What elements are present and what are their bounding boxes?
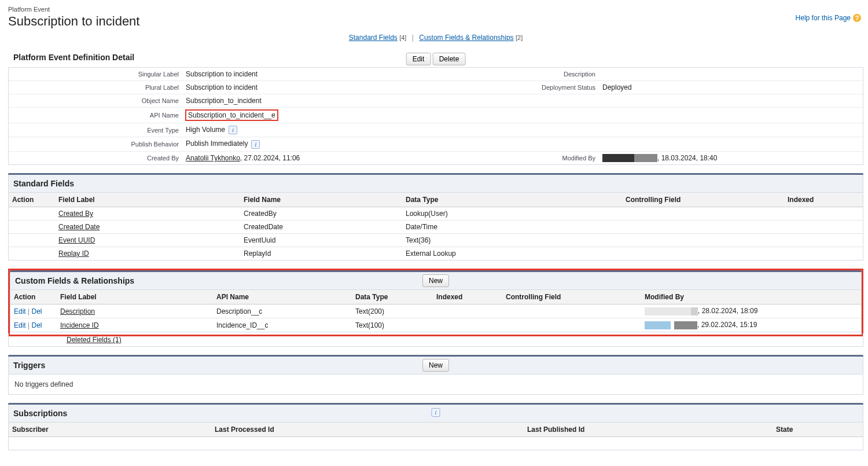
label-publish-behavior: Publish Behavior (9, 137, 182, 151)
data-type: Text(100) (352, 318, 433, 332)
field-link[interactable]: Description (60, 307, 95, 315)
triggers-empty-msg: No triggers defined (9, 375, 863, 394)
value-description (599, 68, 863, 81)
data-type: Lookup(User) (402, 207, 622, 221)
label-api-name: API Name (9, 108, 182, 123)
table-row: Replay ID ReplayId External Lookup (9, 247, 863, 260)
redacted-block (691, 307, 698, 315)
label-created-by: Created By (9, 151, 182, 164)
standard-fields-title: Standard Fields (13, 179, 74, 188)
detail-section-title: Platform Event Definition Detail (13, 53, 134, 62)
value-created-by: Anatolii Tykhonko, 27.02.2024, 11:06 (182, 151, 483, 164)
table-row: Created By CreatedBy Lookup(User) (9, 207, 863, 221)
api-name: Incidence_ID__c (213, 318, 352, 332)
table-row: Event UUID EventUuid Text(36) (9, 234, 863, 247)
label-description: Description (483, 68, 599, 81)
redacted-block (634, 154, 657, 162)
col-field-label: Field Label (57, 290, 213, 304)
data-type: External Lookup (402, 247, 622, 260)
modified-date: , 28.02.2024, 18:09 (698, 307, 757, 315)
table-row (9, 437, 863, 450)
api-name: Description__c (213, 304, 352, 318)
col-field-name: Field Name (240, 193, 402, 207)
data-type: Date/Time (402, 221, 622, 234)
field-link[interactable]: Created Date (58, 223, 100, 231)
label-object-name: Object Name (9, 94, 182, 108)
anchor-links-bar: Standard Fields [4] | Custom Fields & Re… (8, 34, 863, 42)
triggers-panel: Triggers New No triggers defined (8, 355, 863, 395)
subscriptions-table: Subscriber Last Processed Id Last Publis… (9, 423, 863, 450)
table-row: Created Date CreatedDate Date/Time (9, 221, 863, 234)
label-plural: Plural Label (9, 81, 182, 94)
anchor-standard-count: [4] (399, 34, 406, 41)
deleted-fields-row: Deleted Fields (1) (8, 333, 863, 347)
custom-fields-table: Action Field Label API Name Data Type In… (10, 290, 861, 332)
anchor-separator: | (409, 34, 417, 42)
deleted-fields-link[interactable]: Deleted Fields (1) (67, 336, 122, 344)
modified-date: , 29.02.2024, 15:19 (697, 321, 757, 329)
col-indexed: Indexed (433, 290, 502, 304)
page-header: Platform Event Subscription to incident … (8, 6, 863, 29)
value-publish-behavior: Publish Immediately (186, 140, 248, 148)
label-singular: Singular Label (9, 68, 182, 81)
field-link[interactable]: Event UUID (58, 236, 95, 244)
label-deployment-status: Deployment Status (483, 81, 599, 94)
standard-fields-table: Action Field Label Field Name Data Type … (9, 193, 863, 260)
breadcrumb: Platform Event (8, 6, 863, 13)
custom-fields-title: Custom Fields & Relationships (15, 276, 134, 285)
table-row: Edit | Del Description Description__c Te… (10, 304, 861, 318)
col-last-processed: Last Processed Id (211, 423, 524, 437)
del-link[interactable]: Del (32, 321, 42, 329)
del-link[interactable]: Del (32, 307, 42, 315)
col-data-type: Data Type (352, 290, 433, 304)
info-icon[interactable]: i (432, 408, 440, 417)
modified-by-date: , 18.03.2024, 18:40 (657, 154, 717, 162)
delete-button[interactable]: Delete (433, 53, 466, 65)
col-last-published: Last Published Id (524, 423, 773, 437)
field-link[interactable]: Created By (58, 210, 93, 218)
new-custom-field-button[interactable]: New (422, 274, 449, 287)
page-title: Subscription to incident (8, 14, 863, 29)
info-icon[interactable]: i (251, 140, 260, 149)
anchor-custom-fields[interactable]: Custom Fields & Relationships (419, 34, 513, 42)
anchor-standard-fields[interactable]: Standard Fields (349, 34, 398, 42)
col-action: Action (9, 193, 55, 207)
col-controlling: Controlling Field (622, 193, 784, 207)
triggers-title: Triggers (13, 361, 45, 370)
help-link[interactable]: Help for this Page ? (796, 14, 861, 22)
custom-fields-highlight-box: Custom Fields & Relationships New Action… (8, 269, 863, 336)
field-name: EventUuid (240, 234, 402, 247)
info-icon[interactable]: i (229, 126, 237, 134)
col-data-type: Data Type (402, 193, 622, 207)
col-controlling: Controlling Field (502, 290, 641, 304)
redacted-block (674, 321, 697, 329)
col-api-name: API Name (213, 290, 352, 304)
created-by-link[interactable]: Anatolii Tykhonko (186, 154, 240, 162)
col-action: Action (10, 290, 57, 304)
field-name: CreatedDate (240, 221, 402, 234)
edit-link[interactable]: Edit (14, 321, 26, 329)
label-event-type: Event Type (9, 123, 182, 137)
field-name: ReplayId (240, 247, 402, 260)
standard-fields-panel: Standard Fields Action Field Label Field… (8, 173, 863, 260)
redacted-block (645, 321, 671, 329)
field-link[interactable]: Replay ID (58, 249, 89, 258)
modified-by-cell: , 29.02.2024, 15:19 (641, 318, 861, 332)
edit-link[interactable]: Edit (14, 307, 26, 315)
value-object-name: Subscription_to_incident (182, 94, 483, 108)
anchor-custom-count: [2] (516, 34, 523, 41)
table-row: Edit | Del Incidence ID Incidence_ID__c … (10, 318, 861, 332)
new-trigger-button[interactable]: New (422, 359, 449, 372)
field-link[interactable]: Incidence ID (60, 321, 99, 329)
value-plural: Subscription to incident (182, 81, 483, 94)
col-modified-by: Modified By (641, 290, 861, 304)
data-type: Text(200) (352, 304, 433, 318)
col-state: State (773, 423, 863, 437)
redacted-block (602, 154, 634, 162)
value-singular: Subscription to incident (182, 68, 483, 81)
edit-button[interactable]: Edit (406, 53, 431, 65)
label-modified-by: Modified By (483, 151, 599, 164)
custom-fields-panel: Custom Fields & Relationships New Action… (10, 270, 862, 332)
col-subscriber: Subscriber (9, 423, 211, 437)
help-link-text: Help for this Page (796, 14, 851, 22)
